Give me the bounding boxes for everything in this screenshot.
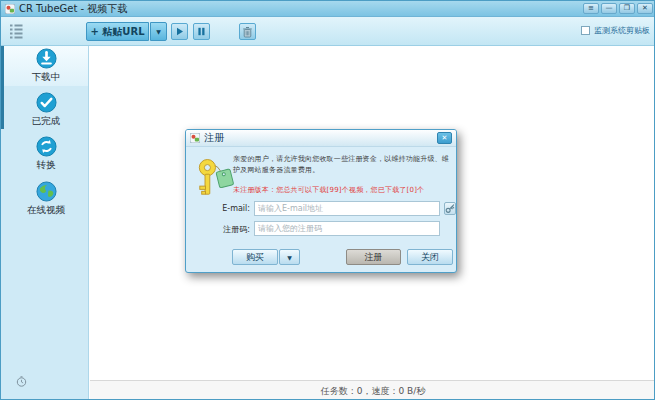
convert-icon (36, 136, 57, 157)
monitor-clipboard-label: 监测系统剪贴板 (594, 25, 650, 36)
sidebar-item-label: 已完成 (32, 115, 61, 128)
dialog-close-button[interactable]: ✕ (437, 132, 452, 144)
register-dialog: 注册 ✕ 亲爱的用户，请允许我向您收取一些注册资金，以维持功能升级、维护及网站服… (185, 129, 457, 273)
key-icon (196, 156, 234, 202)
email-input[interactable] (254, 201, 440, 216)
minimize-button[interactable]: — (601, 3, 617, 14)
dialog-title: 注册 (204, 131, 224, 145)
unregistered-notice: 未注册版本：您总共可以下载[99]个视频，您已下载了[0]个 (233, 185, 449, 195)
paste-url-button[interactable]: + 粘贴URL (86, 22, 149, 41)
regcode-label: 注册码: (192, 224, 250, 235)
downloading-icon (36, 48, 57, 69)
small-key-icon (445, 203, 455, 214)
fetch-code-button[interactable] (444, 202, 456, 215)
list-view-icon[interactable] (10, 24, 23, 39)
window-title: CR TubeGet - 视频下载 (19, 1, 127, 17)
sidebar: 下载中 已完成 转换 在线视频 (1, 46, 89, 400)
delete-task-button[interactable] (239, 23, 256, 40)
window-menu-button[interactable]: ≡ (583, 3, 599, 14)
monitor-clipboard-checkbox[interactable] (581, 26, 590, 35)
paste-url-dropdown[interactable]: ▼ (150, 22, 167, 41)
dialog-title-bar: 注册 ✕ (186, 130, 456, 147)
online-video-icon (36, 181, 57, 202)
dialog-message: 亲爱的用户，请允许我向您收取一些注册资金，以维持功能升级、维护及网站服务器流量费… (233, 154, 449, 176)
trash-icon (242, 26, 253, 38)
app-window: CR TubeGet - 视频下载 ≡ — ❐ ✕ + 粘贴URL ▼ (0, 0, 655, 400)
buy-button[interactable]: 购买 (232, 249, 278, 265)
monitor-clipboard-option: 监测系统剪贴板 (581, 25, 650, 36)
sidebar-item-convert[interactable]: 转换 (4, 134, 88, 174)
completed-icon (36, 92, 57, 113)
sidebar-item-label: 在线视频 (27, 204, 65, 217)
close-window-button[interactable]: ✕ (637, 3, 653, 14)
toolbar: + 粘贴URL ▼ 监测系统剪贴板 (1, 17, 655, 46)
status-bar: 任务数：0，速度：0 B/秒 (90, 380, 655, 400)
register-button[interactable]: 注册 (346, 249, 401, 265)
regcode-input[interactable] (254, 221, 440, 236)
start-icon (175, 27, 184, 36)
sidebar-item-online-video[interactable]: 在线视频 (4, 179, 88, 219)
pause-download-button[interactable] (193, 23, 210, 40)
sidebar-item-downloading[interactable]: 下载中 (4, 46, 88, 86)
dialog-close-action-button[interactable]: 关闭 (407, 249, 453, 265)
timer-icon[interactable] (16, 376, 27, 387)
app-icon (5, 4, 15, 14)
buy-dropdown-button[interactable]: ▼ (279, 249, 300, 265)
pause-icon (197, 27, 206, 36)
maximize-button[interactable]: ❐ (619, 3, 635, 14)
sidebar-item-label: 下载中 (32, 71, 61, 84)
email-label: E-mail: (192, 204, 250, 213)
window-controls: ≡ — ❐ ✕ (583, 3, 653, 14)
dialog-icon (190, 133, 200, 143)
status-text: 任务数：0，速度：0 B/秒 (321, 386, 426, 396)
sidebar-item-completed[interactable]: 已完成 (4, 90, 88, 130)
start-download-button[interactable] (171, 23, 188, 40)
sidebar-item-label: 转换 (37, 159, 56, 172)
title-bar: CR TubeGet - 视频下载 ≡ — ❐ ✕ (1, 1, 655, 17)
